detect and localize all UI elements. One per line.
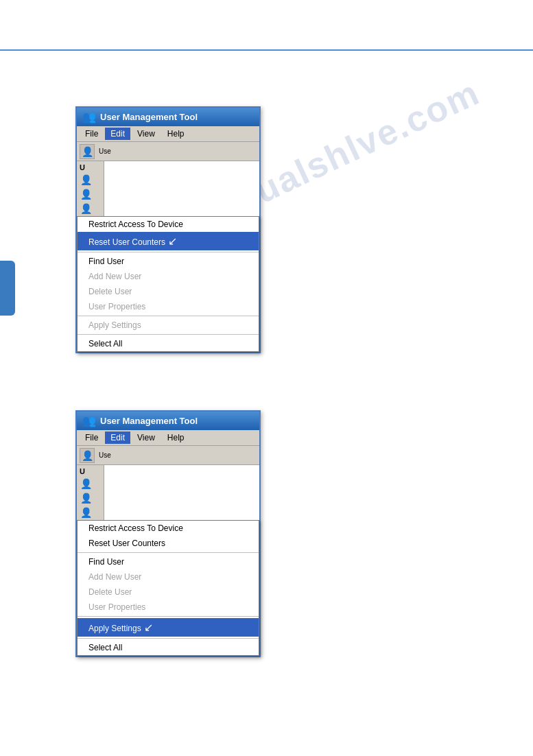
window1-menu-edit[interactable]: Edit bbox=[105, 128, 130, 140]
window1-user-icon-2: 👤 bbox=[78, 188, 93, 201]
window2-dropdown: Restrict Access To DeviceReset User Coun… bbox=[77, 520, 259, 656]
window2-user-icon-1: 👤 bbox=[78, 477, 93, 491]
window2-u-label: U bbox=[78, 466, 102, 476]
window2-titlebar: 👥 User Management Tool bbox=[77, 412, 259, 430]
cursor-icon: ↙ bbox=[168, 235, 177, 248]
window2-toolbar: 👤 Use bbox=[77, 446, 259, 465]
window2-toolbar-label: Use bbox=[97, 450, 112, 460]
window2-menu-view[interactable]: View bbox=[132, 432, 161, 444]
window1-sidebar: U 👤 👤 👤 bbox=[77, 161, 104, 216]
window2-menu-edit[interactable]: Edit bbox=[105, 432, 130, 444]
window2-content: U 👤 👤 👤 bbox=[77, 465, 259, 520]
window2-item-add: Add New User bbox=[78, 569, 259, 584]
window2-item-apply[interactable]: Apply Settings↙ bbox=[78, 618, 259, 637]
top-line bbox=[0, 49, 533, 51]
window2-item-delete: Delete User bbox=[78, 584, 259, 600]
window1-item-props: User Properties bbox=[78, 299, 259, 314]
window2-sep-7 bbox=[78, 616, 259, 617]
window2-item-find[interactable]: Find User bbox=[78, 554, 259, 569]
window1-item-restrict[interactable]: Restrict Access To Device bbox=[78, 217, 259, 232]
window2-main bbox=[104, 465, 259, 520]
window1-item-add: Add New User bbox=[78, 269, 259, 284]
window1-menubar: File Edit View Help bbox=[77, 126, 259, 142]
side-tab bbox=[0, 261, 15, 316]
window2-title: User Management Tool bbox=[100, 416, 198, 426]
window1-main bbox=[104, 161, 259, 216]
window1-toolbar: 👤 Use bbox=[77, 142, 259, 161]
window2-sidebar: U 👤 👤 👤 bbox=[77, 465, 104, 520]
window1-toolbar-icon: 👤 bbox=[80, 144, 95, 159]
window2-menu-help[interactable]: Help bbox=[162, 432, 190, 444]
window2-item-props: User Properties bbox=[78, 600, 259, 615]
window1-title: User Management Tool bbox=[100, 112, 198, 122]
window2-item-select[interactable]: Select All bbox=[78, 640, 259, 655]
window2-menu-file[interactable]: File bbox=[80, 432, 104, 444]
window1-sep-2 bbox=[78, 252, 259, 252]
window2-sep-9 bbox=[78, 638, 259, 639]
window2-menubar: File Edit View Help bbox=[77, 430, 259, 446]
window2-toolbar-icon: 👤 bbox=[80, 448, 95, 463]
window1-item-delete: Delete User bbox=[78, 284, 259, 299]
window1-menu-file[interactable]: File bbox=[80, 128, 104, 140]
window1-sep-9 bbox=[78, 334, 259, 335]
window1-menu-help[interactable]: Help bbox=[162, 128, 190, 140]
window1-title-icon: 👥 bbox=[82, 110, 96, 123]
window2-sep-2 bbox=[78, 552, 259, 553]
window1-titlebar: 👥 User Management Tool bbox=[77, 108, 259, 126]
window1-user-icon-1: 👤 bbox=[78, 174, 93, 187]
window2-user-icon-3: 👤 bbox=[78, 506, 93, 519]
window1: 👥 User Management Tool File Edit View He… bbox=[75, 106, 261, 353]
window1-sep-7 bbox=[78, 316, 259, 316]
window1-toolbar-label: Use bbox=[97, 146, 112, 156]
window2-item-reset[interactable]: Reset User Counters bbox=[78, 536, 259, 551]
window2-title-icon: 👥 bbox=[82, 414, 96, 427]
window2-item-restrict[interactable]: Restrict Access To Device bbox=[78, 521, 259, 536]
window1-item-find[interactable]: Find User bbox=[78, 254, 259, 269]
window1-item-select[interactable]: Select All bbox=[78, 336, 259, 351]
cursor-icon: ↙ bbox=[144, 621, 153, 634]
window2-user-icon-2: 👤 bbox=[78, 492, 93, 505]
window1-item-reset[interactable]: Reset User Counters↙ bbox=[78, 232, 259, 250]
window1-menu-view[interactable]: View bbox=[132, 128, 161, 140]
window1-item-apply: Apply Settings bbox=[78, 318, 259, 333]
window1-dropdown: Restrict Access To DeviceReset User Coun… bbox=[77, 216, 259, 352]
window2: 👥 User Management Tool File Edit View He… bbox=[75, 410, 261, 657]
window1-u-label: U bbox=[78, 163, 102, 172]
window1-user-icon-3: 👤 bbox=[78, 202, 93, 215]
window1-content: U 👤 👤 👤 bbox=[77, 161, 259, 216]
